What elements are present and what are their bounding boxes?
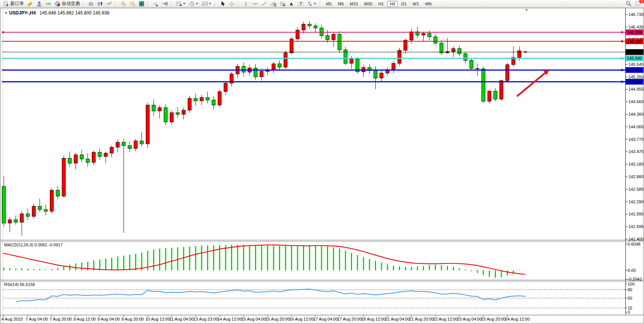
tile-windows-icon — [139, 1, 145, 7]
candlestick-icon — [97, 1, 103, 7]
timeframe-mn[interactable]: MN — [422, 1, 434, 7]
trendline-button[interactable] — [260, 0, 268, 7]
svg-text:21 Aug 04:00: 21 Aug 04:00 — [385, 317, 410, 321]
svg-text:18 Aug 12:00: 18 Aug 12:00 — [361, 317, 386, 321]
data-window-button[interactable] — [35, 0, 43, 7]
horizontal-line-button[interactable] — [251, 0, 259, 7]
svg-text:144.955: 144.955 — [628, 87, 644, 91]
arrows-button[interactable]: ▼ — [306, 0, 318, 7]
bar-chart-icon — [88, 1, 94, 7]
macd-name: MACD(12,26,9) — [4, 243, 33, 247]
svg-text:9 Aug 20:00: 9 Aug 20:00 — [121, 317, 144, 321]
svg-text:142.880: 142.880 — [628, 174, 644, 179]
toolbar-separator — [215, 1, 217, 6]
zoom-in-button[interactable] — [119, 0, 128, 7]
svg-text:23 Aug 20:00: 23 Aug 20:00 — [481, 317, 506, 321]
svg-text:7 Aug 04:00: 7 Aug 04:00 — [26, 317, 48, 321]
svg-text:22 Aug 12:00: 22 Aug 12:00 — [433, 317, 458, 321]
svg-text:11 Aug 04:00: 11 Aug 04:00 — [169, 317, 194, 321]
tile-windows-button[interactable] — [137, 0, 146, 7]
svg-text:A: A — [290, 2, 293, 6]
timeframe-m30[interactable]: M30 — [362, 1, 375, 7]
search-button[interactable] — [625, 0, 633, 7]
svg-text:21 Aug 20:00: 21 Aug 20:00 — [409, 317, 434, 321]
trendline-icon — [261, 1, 267, 7]
search-icon — [626, 1, 632, 7]
timeframe-h4[interactable]: H4 — [387, 1, 398, 7]
notifications-button[interactable]: 1 — [634, 0, 642, 7]
horizontal-line-icon — [252, 1, 258, 7]
cursor-button[interactable] — [218, 0, 227, 7]
ohlc-values: 145.846 145.862 145.800 145.838 — [40, 10, 110, 16]
toolbar-separator — [320, 1, 322, 6]
signals-button[interactable] — [44, 0, 53, 7]
svg-text:-0.2042: -0.2042 — [628, 277, 642, 281]
timeframe-d1[interactable]: D1 — [399, 1, 409, 7]
svg-text:7 Aug 20:00: 7 Aug 20:00 — [49, 317, 72, 321]
timeframe-w1[interactable]: W1 — [410, 1, 422, 7]
equidistant-channel-icon: E — [270, 1, 276, 7]
macd-indicator-label: MACD(12,26,9) 0.0061 -0.0917 — [4, 243, 63, 247]
timeframe-m5[interactable]: M5 — [335, 1, 346, 7]
svg-text:144.660: 144.660 — [628, 99, 644, 104]
rsi-indicator-label: RSI(14) 56.5158 — [4, 282, 35, 287]
chevron-down-icon[interactable]: ▼ — [5, 11, 8, 15]
crosshair-button[interactable] — [228, 0, 236, 7]
equidistant-channel-button[interactable]: E — [269, 0, 277, 7]
candlestick-mode-button[interactable] — [96, 0, 104, 7]
svg-text:146.308: 146.308 — [627, 30, 642, 35]
symbol-label: USDJPY-,H4 — [9, 10, 36, 16]
svg-text:8 Aug 12:00: 8 Aug 12:00 — [73, 317, 96, 321]
chart-title: ▼USDJPY-,H4145.846 145.862 145.800 145.8… — [5, 10, 109, 16]
svg-text:T: T — [300, 1, 302, 6]
auto-trading-icon — [54, 1, 61, 7]
svg-text:146.093: 146.093 — [627, 39, 642, 44]
new-order-label: 新订单 — [10, 0, 24, 7]
svg-text:14 Aug 12:00: 14 Aug 12:00 — [217, 317, 242, 321]
svg-text:17 Aug 20:00: 17 Aug 20:00 — [337, 317, 362, 321]
toolbar-separator — [148, 1, 150, 6]
new-chart-button[interactable]: +▼ — [175, 0, 187, 7]
templates-button[interactable]: ▼ — [201, 0, 213, 7]
crosshair-icon — [229, 1, 235, 7]
chart-shift-icon — [162, 1, 168, 7]
periods-button[interactable]: ▼ — [188, 0, 200, 7]
timeframe-m1[interactable]: M1 — [324, 1, 335, 7]
new-order-button[interactable]: +新订单 — [2, 0, 25, 7]
text-button[interactable]: A — [287, 0, 296, 7]
svg-text:4 Aug 2023: 4 Aug 2023 — [2, 317, 23, 321]
signals-icon — [45, 1, 51, 7]
auto-scroll-button[interactable] — [151, 0, 160, 7]
svg-text:141.695: 141.695 — [628, 224, 644, 229]
svg-text:146.435: 146.435 — [628, 25, 644, 29]
svg-text:F: F — [283, 3, 285, 7]
chart-shift-button[interactable] — [161, 0, 169, 7]
market-watch-button[interactable] — [26, 0, 34, 7]
svg-text:15 Aug 04:00: 15 Aug 04:00 — [241, 317, 266, 321]
svg-text:141.995: 141.995 — [628, 212, 644, 216]
svg-text:145.134: 145.134 — [627, 80, 642, 84]
svg-text:13 Aug 23:00: 13 Aug 23:00 — [193, 317, 218, 321]
fibonacci-button[interactable]: F — [278, 0, 287, 7]
svg-text:143.770: 143.770 — [628, 137, 644, 142]
timeframe-h1[interactable]: H1 — [376, 1, 386, 7]
notification-badge: 1 — [639, 0, 644, 4]
toolbar-separator — [238, 1, 240, 6]
text-label-button[interactable]: T — [296, 0, 305, 7]
svg-text:0.6048: 0.6048 — [628, 242, 641, 246]
vertical-line-button[interactable] — [242, 0, 250, 7]
zoom-out-button[interactable] — [128, 0, 137, 7]
svg-text:143.180: 143.180 — [628, 162, 644, 166]
timeframe-m15[interactable]: M15 — [347, 1, 360, 7]
chart-canvas[interactable]: 146.730146.435146.140145.845145.545145.2… — [0, 0, 644, 324]
zoom-in-icon — [120, 1, 126, 7]
bar-chart-mode-button[interactable] — [87, 0, 95, 7]
svg-text:145.545: 145.545 — [628, 62, 644, 67]
line-chart-mode-button[interactable] — [105, 0, 113, 7]
svg-text:80: 80 — [628, 287, 632, 292]
svg-text:+: + — [6, 3, 8, 7]
data-window-icon — [36, 1, 42, 7]
auto-trading-button[interactable]: 自动交易 — [53, 0, 81, 7]
svg-text:0: 0 — [628, 310, 630, 314]
svg-text:146.730: 146.730 — [628, 12, 644, 17]
